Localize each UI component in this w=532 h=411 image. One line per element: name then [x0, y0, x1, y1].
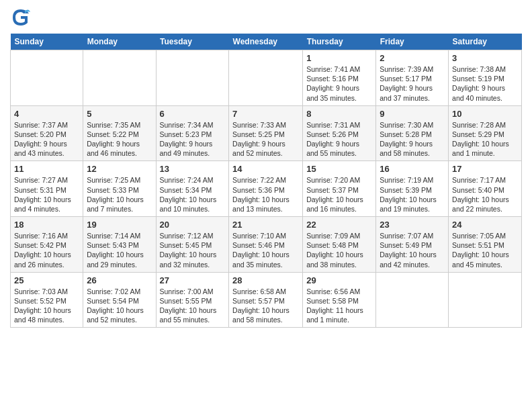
day-info: Sunrise: 7:30 AM Sunset: 5:28 PM Dayligh…: [380, 120, 445, 158]
day-info: Sunrise: 6:58 AM Sunset: 5:57 PM Dayligh…: [232, 287, 299, 325]
empty-day-cell: [11, 50, 83, 106]
day-number: 17: [452, 164, 518, 174]
day-number: 25: [14, 275, 79, 285]
day-number: 21: [232, 220, 299, 230]
weekday-header-thursday: Thursday: [303, 34, 376, 50]
empty-day-cell: [376, 272, 449, 328]
day-info: Sunrise: 7:33 AM Sunset: 5:25 PM Dayligh…: [232, 120, 299, 158]
weekday-header-saturday: Saturday: [449, 34, 522, 50]
day-number: 13: [160, 164, 226, 174]
day-number: 23: [380, 220, 445, 230]
calendar-day-11: 11Sunrise: 7:27 AM Sunset: 5:31 PM Dayli…: [11, 161, 83, 217]
day-number: 18: [14, 220, 79, 230]
day-number: 5: [87, 109, 152, 119]
calendar-day-7: 7Sunrise: 7:33 AM Sunset: 5:25 PM Daylig…: [229, 105, 303, 161]
calendar-day-9: 9Sunrise: 7:30 AM Sunset: 5:28 PM Daylig…: [376, 105, 449, 161]
logo-icon: [10, 7, 32, 28]
calendar-day-10: 10Sunrise: 7:28 AM Sunset: 5:29 PM Dayli…: [449, 105, 522, 161]
weekday-header-wednesday: Wednesday: [229, 34, 303, 50]
day-info: Sunrise: 7:20 AM Sunset: 5:37 PM Dayligh…: [306, 175, 372, 214]
day-number: 28: [232, 275, 299, 285]
day-number: 20: [160, 220, 226, 230]
weekday-header-tuesday: Tuesday: [156, 34, 229, 50]
calendar-day-16: 16Sunrise: 7:19 AM Sunset: 5:39 PM Dayli…: [376, 161, 449, 217]
weekday-header-monday: Monday: [83, 34, 156, 50]
weekday-header-row: SundayMondayTuesdayWednesdayThursdayFrid…: [11, 34, 522, 50]
day-info: Sunrise: 7:35 AM Sunset: 5:22 PM Dayligh…: [87, 120, 152, 158]
day-number: 2: [380, 53, 445, 63]
calendar-day-14: 14Sunrise: 7:22 AM Sunset: 5:36 PM Dayli…: [229, 161, 303, 217]
calendar-day-1: 1Sunrise: 7:41 AM Sunset: 5:16 PM Daylig…: [303, 50, 376, 106]
day-info: Sunrise: 7:00 AM Sunset: 5:55 PM Dayligh…: [160, 287, 226, 325]
calendar-day-27: 27Sunrise: 7:00 AM Sunset: 5:55 PM Dayli…: [156, 272, 229, 328]
calendar-table: SundayMondayTuesdayWednesdayThursdayFrid…: [10, 34, 522, 328]
calendar-day-22: 22Sunrise: 7:09 AM Sunset: 5:48 PM Dayli…: [303, 217, 376, 273]
calendar-week-row: 11Sunrise: 7:27 AM Sunset: 5:31 PM Dayli…: [11, 161, 522, 217]
day-number: 19: [87, 220, 152, 230]
day-number: 11: [14, 164, 79, 174]
day-info: Sunrise: 7:34 AM Sunset: 5:23 PM Dayligh…: [160, 120, 226, 158]
day-info: Sunrise: 7:41 AM Sunset: 5:16 PM Dayligh…: [306, 64, 372, 103]
calendar-day-4: 4Sunrise: 7:37 AM Sunset: 5:20 PM Daylig…: [11, 105, 83, 161]
calendar-day-20: 20Sunrise: 7:12 AM Sunset: 5:45 PM Dayli…: [156, 217, 229, 273]
calendar-day-26: 26Sunrise: 7:02 AM Sunset: 5:54 PM Dayli…: [83, 272, 156, 328]
calendar-day-24: 24Sunrise: 7:05 AM Sunset: 5:51 PM Dayli…: [449, 217, 522, 273]
day-info: Sunrise: 7:22 AM Sunset: 5:36 PM Dayligh…: [232, 175, 299, 214]
day-number: 24: [452, 220, 518, 230]
empty-day-cell: [449, 272, 522, 328]
calendar-day-28: 28Sunrise: 6:58 AM Sunset: 5:57 PM Dayli…: [229, 272, 303, 328]
weekday-header-sunday: Sunday: [11, 34, 83, 50]
day-info: Sunrise: 7:31 AM Sunset: 5:26 PM Dayligh…: [306, 120, 372, 158]
day-info: Sunrise: 7:03 AM Sunset: 5:52 PM Dayligh…: [14, 287, 79, 325]
calendar-day-3: 3Sunrise: 7:38 AM Sunset: 5:19 PM Daylig…: [449, 50, 522, 106]
empty-day-cell: [229, 50, 303, 106]
day-info: Sunrise: 7:37 AM Sunset: 5:20 PM Dayligh…: [14, 120, 79, 158]
weekday-header-friday: Friday: [376, 34, 449, 50]
day-number: 8: [306, 109, 372, 119]
day-number: 6: [160, 109, 226, 119]
day-info: Sunrise: 7:27 AM Sunset: 5:31 PM Dayligh…: [14, 175, 79, 214]
calendar-day-19: 19Sunrise: 7:14 AM Sunset: 5:43 PM Dayli…: [83, 217, 156, 273]
day-info: Sunrise: 7:28 AM Sunset: 5:29 PM Dayligh…: [452, 120, 518, 158]
day-number: 16: [380, 164, 445, 174]
day-number: 3: [452, 53, 518, 63]
empty-day-cell: [156, 50, 229, 106]
day-info: Sunrise: 7:25 AM Sunset: 5:33 PM Dayligh…: [87, 175, 152, 214]
page-header: [10, 7, 522, 28]
day-number: 4: [14, 109, 79, 119]
day-number: 26: [87, 275, 152, 285]
empty-day-cell: [83, 50, 156, 106]
day-info: Sunrise: 7:16 AM Sunset: 5:42 PM Dayligh…: [14, 231, 79, 269]
day-number: 22: [306, 220, 372, 230]
calendar-week-row: 1Sunrise: 7:41 AM Sunset: 5:16 PM Daylig…: [11, 50, 522, 106]
logo: [10, 7, 34, 28]
day-info: Sunrise: 6:56 AM Sunset: 5:58 PM Dayligh…: [306, 287, 372, 325]
day-info: Sunrise: 7:38 AM Sunset: 5:19 PM Dayligh…: [452, 64, 518, 103]
calendar-day-29: 29Sunrise: 6:56 AM Sunset: 5:58 PM Dayli…: [303, 272, 376, 328]
day-number: 7: [232, 109, 299, 119]
day-info: Sunrise: 7:14 AM Sunset: 5:43 PM Dayligh…: [87, 231, 152, 269]
day-number: 29: [306, 275, 372, 285]
day-info: Sunrise: 7:19 AM Sunset: 5:39 PM Dayligh…: [380, 175, 445, 214]
calendar-day-17: 17Sunrise: 7:17 AM Sunset: 5:40 PM Dayli…: [449, 161, 522, 217]
day-info: Sunrise: 7:10 AM Sunset: 5:46 PM Dayligh…: [232, 231, 299, 269]
day-info: Sunrise: 7:39 AM Sunset: 5:17 PM Dayligh…: [380, 64, 445, 103]
day-info: Sunrise: 7:05 AM Sunset: 5:51 PM Dayligh…: [452, 231, 518, 269]
day-info: Sunrise: 7:07 AM Sunset: 5:49 PM Dayligh…: [380, 231, 445, 269]
day-info: Sunrise: 7:24 AM Sunset: 5:34 PM Dayligh…: [160, 175, 226, 214]
calendar-day-21: 21Sunrise: 7:10 AM Sunset: 5:46 PM Dayli…: [229, 217, 303, 273]
calendar-day-15: 15Sunrise: 7:20 AM Sunset: 5:37 PM Dayli…: [303, 161, 376, 217]
day-info: Sunrise: 7:09 AM Sunset: 5:48 PM Dayligh…: [306, 231, 372, 269]
calendar-day-23: 23Sunrise: 7:07 AM Sunset: 5:49 PM Dayli…: [376, 217, 449, 273]
day-number: 1: [306, 53, 372, 63]
calendar-week-row: 4Sunrise: 7:37 AM Sunset: 5:20 PM Daylig…: [11, 105, 522, 161]
day-number: 9: [380, 109, 445, 119]
calendar-day-2: 2Sunrise: 7:39 AM Sunset: 5:17 PM Daylig…: [376, 50, 449, 106]
day-info: Sunrise: 7:02 AM Sunset: 5:54 PM Dayligh…: [87, 287, 152, 325]
day-info: Sunrise: 7:17 AM Sunset: 5:40 PM Dayligh…: [452, 175, 518, 214]
day-info: Sunrise: 7:12 AM Sunset: 5:45 PM Dayligh…: [160, 231, 226, 269]
day-number: 10: [452, 109, 518, 119]
calendar-day-25: 25Sunrise: 7:03 AM Sunset: 5:52 PM Dayli…: [11, 272, 83, 328]
day-number: 27: [160, 275, 226, 285]
calendar-day-13: 13Sunrise: 7:24 AM Sunset: 5:34 PM Dayli…: [156, 161, 229, 217]
